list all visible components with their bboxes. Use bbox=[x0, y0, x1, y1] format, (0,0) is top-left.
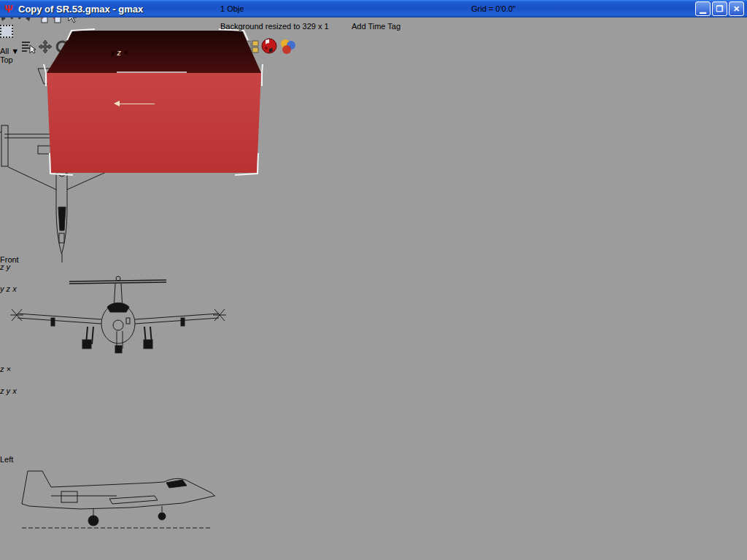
close-button[interactable]: ✕ bbox=[729, 1, 744, 16]
viewport-left[interactable]: Left y z bbox=[0, 455, 303, 560]
viewport-front-label[interactable]: Front bbox=[0, 255, 19, 264]
viewport-front[interactable]: Front bbox=[0, 255, 303, 455]
grid-size-readout: Grid = 0'0.0" bbox=[471, 4, 544, 18]
transform-gizmo[interactable]: z × bbox=[0, 365, 51, 386]
selection-bounds bbox=[0, 546, 290, 560]
restore-button[interactable]: ❐ bbox=[712, 1, 727, 16]
add-time-tag[interactable]: Add Time Tag bbox=[352, 22, 433, 36]
blueprint-front-view bbox=[0, 264, 241, 365]
blueprint-side-view bbox=[0, 464, 215, 546]
minimize-button[interactable]: ▁ bbox=[695, 1, 711, 16]
viewport-area: Top bbox=[0, 55, 747, 560]
prompt-line: Background resized to 329 x 1 bbox=[220, 22, 349, 36]
transform-gizmo[interactable]: y z × bbox=[111, 48, 169, 114]
viewport-left-label[interactable]: Left bbox=[0, 455, 13, 464]
axis-tripod: z y x bbox=[0, 386, 303, 395]
gmax-window: Ψ Copy of SR.53.gmax - gmax ▁ ❐ ✕ File E… bbox=[0, 0, 747, 560]
selection-count: 1 Obje bbox=[220, 4, 252, 18]
